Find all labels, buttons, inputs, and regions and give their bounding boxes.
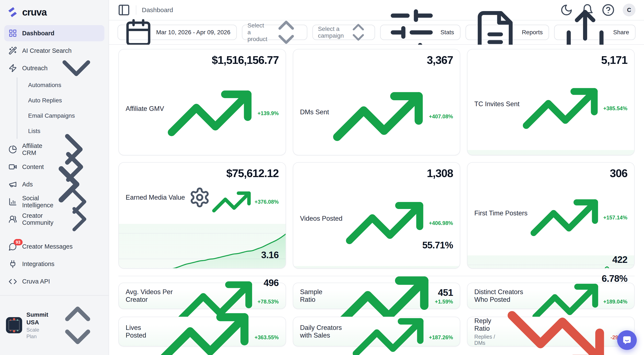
stat-metrics: 451 +187.26% xyxy=(350,287,453,355)
chevron-down-icon xyxy=(52,44,100,92)
product-select[interactable]: Select a product xyxy=(242,25,307,40)
plug-icon xyxy=(8,260,17,268)
reports-label: Reports xyxy=(522,29,543,36)
zap-icon xyxy=(8,64,17,72)
stats-label: Stats xyxy=(440,29,454,36)
settings-gear-icon[interactable] xyxy=(189,187,210,208)
card-delta: +376.08% xyxy=(210,181,279,223)
cruva-logo-icon xyxy=(7,6,18,18)
logo[interactable]: cruva xyxy=(0,0,108,22)
sidebar-item-label: Creator Messages xyxy=(22,243,72,250)
sidebar-item-creator-messages[interactable]: 93 Creator Messages xyxy=(4,239,104,255)
chart-card-grid: Affiliate GMV $1,516,156.77 +139.9% 2026… xyxy=(118,49,635,269)
card-value: 1,308 xyxy=(427,167,453,180)
breadcrumb: Dashboard xyxy=(142,6,173,14)
user-avatar[interactable]: C xyxy=(623,3,636,16)
stat-card-daily-creators-with-sales: Daily Creators with Sales 451 +187.26% xyxy=(293,317,460,347)
main-panel: Dashboard C Mar 10, 2026 - Apr 09, 2026 … xyxy=(109,0,644,355)
app-name: cruva xyxy=(22,6,47,18)
card-delta: +157.14% xyxy=(528,181,628,255)
card-header: Affiliate GMV $1,516,156.77 +139.9% xyxy=(119,49,286,155)
stat-delta: -29.6% xyxy=(503,285,628,355)
sidebar-item-label: Integrations xyxy=(22,261,54,268)
trending-up-icon xyxy=(520,68,601,149)
stat-title: Daily Creators with Sales xyxy=(300,324,350,339)
card-value: 5,171 xyxy=(601,54,628,66)
card-metrics: 5,171 +385.54% xyxy=(520,54,628,149)
stat-value: 3.16 xyxy=(261,250,278,260)
chart-zone: 2026-03-132026-03-212026-03-292026-04-09 xyxy=(468,150,634,155)
stat-metrics: 496 +363.55% xyxy=(156,278,279,355)
stat-metrics: 6.78% -29.6% xyxy=(503,273,628,355)
card-title: DMs Sent xyxy=(300,59,329,155)
workspace-avatar xyxy=(6,317,22,333)
workspace-switcher[interactable]: Summit USA Scale Plan xyxy=(0,295,108,355)
stat-value: 496 xyxy=(264,278,279,288)
stat-delta: +187.26% xyxy=(350,299,453,355)
product-select-placeholder: Select a product xyxy=(248,22,267,42)
sidebar-item-dashboard[interactable]: Dashboard xyxy=(4,25,104,41)
card-header: DMs Sent 3,367 +407.08% xyxy=(293,49,460,155)
unread-count-badge: 93 xyxy=(14,239,22,245)
wand-icon xyxy=(8,46,17,55)
stat-title: Lives Posted xyxy=(126,324,156,339)
metric-card-dms-sent: DMs Sent 3,367 +407.08% 2026-03-132026-0… xyxy=(293,49,460,155)
card-metrics: $1,516,156.77 +139.9% xyxy=(164,54,278,155)
sidebar-item-integrations[interactable]: Integrations xyxy=(4,256,104,272)
trending-up-icon xyxy=(164,68,255,155)
sidebar: cruva Dashboard AI Creator Search Outrea… xyxy=(0,0,109,355)
grid-icon xyxy=(8,29,17,37)
campaign-select-placeholder: Select a campaign xyxy=(318,25,344,39)
stat-title: Sample Ratio xyxy=(300,288,332,304)
card-value: 3,367 xyxy=(427,54,453,66)
sidebar-subitem-auto-replies[interactable]: Auto Replies xyxy=(18,93,104,108)
trending-up-icon xyxy=(156,289,252,355)
workspace-name: Summit USA xyxy=(26,311,48,327)
stat-card-lives-posted: Lives Posted 496 +363.55% xyxy=(118,317,286,347)
topbar-divider xyxy=(136,5,136,15)
sidebar-item-label: Social Intelligence xyxy=(22,195,54,209)
trending-up-icon xyxy=(329,68,427,155)
sidebar-subitem-email-campaigns[interactable]: Email Campaigns xyxy=(18,108,104,123)
card-value: $1,516,156.77 xyxy=(212,54,278,66)
chat-widget-button[interactable] xyxy=(617,330,637,350)
card-title: Earned Media Value xyxy=(126,172,210,223)
card-title: TC Invites Sent xyxy=(474,59,520,149)
trending-up-icon xyxy=(528,181,601,255)
chevrons-up-down-icon xyxy=(52,300,103,350)
sidebar-toggle-button[interactable] xyxy=(118,3,130,16)
sidebar-item-label: Ads xyxy=(22,181,33,188)
reports-button[interactable]: Reports xyxy=(466,25,549,40)
pie-chart-icon xyxy=(8,145,17,154)
sidebar-item-label: Dashboard xyxy=(22,30,54,37)
card-header: Earned Media Value $75,612.12 +376.08% xyxy=(119,163,286,224)
workspace-meta: Summit USA Scale Plan xyxy=(26,311,48,340)
stats-button[interactable]: Stats xyxy=(380,25,460,40)
card-metrics: $75,612.12 +376.08% xyxy=(210,167,279,223)
trending-up-icon xyxy=(350,299,427,355)
stat-subtitle: Replies / DMs xyxy=(474,334,503,346)
message-icon: 93 xyxy=(8,242,17,251)
stat-value: 451 xyxy=(438,287,453,298)
campaign-select[interactable]: Select a campaign xyxy=(312,25,375,40)
share-button[interactable]: Share xyxy=(554,25,636,40)
metric-card-affiliate-gmv: Affiliate GMV $1,516,156.77 +139.9% 2026… xyxy=(118,49,286,155)
calendar-icon xyxy=(124,18,153,47)
video-icon xyxy=(8,163,17,171)
sidebar-item-outreach[interactable]: Outreach xyxy=(4,60,104,76)
stat-value: 422 xyxy=(612,254,628,265)
sidebar-item-creator-community[interactable]: Creator Community xyxy=(4,211,104,227)
metric-card-tc-invites-sent: TC Invites Sent 5,171 +385.54% 2026-03-1… xyxy=(467,49,635,155)
toolbar-actions: Stats Reports Share xyxy=(380,25,636,40)
stat-delta: +363.55% xyxy=(156,289,279,355)
panel-left-icon xyxy=(118,3,130,16)
stat-value: 55.71% xyxy=(422,240,453,251)
sidebar-item-cruva-api[interactable]: Cruva API xyxy=(4,274,104,290)
sidebar-item-label: Creator Community xyxy=(22,212,54,226)
date-range-picker[interactable]: Mar 10, 2026 - Apr 09, 2026 xyxy=(118,25,237,40)
card-metrics: 306 +157.14% xyxy=(528,167,628,255)
card-delta: +407.08% xyxy=(329,68,453,155)
card-header: TC Invites Sent 5,171 +385.54% xyxy=(468,49,634,150)
share-label: Share xyxy=(613,29,629,36)
users-icon xyxy=(8,215,17,224)
